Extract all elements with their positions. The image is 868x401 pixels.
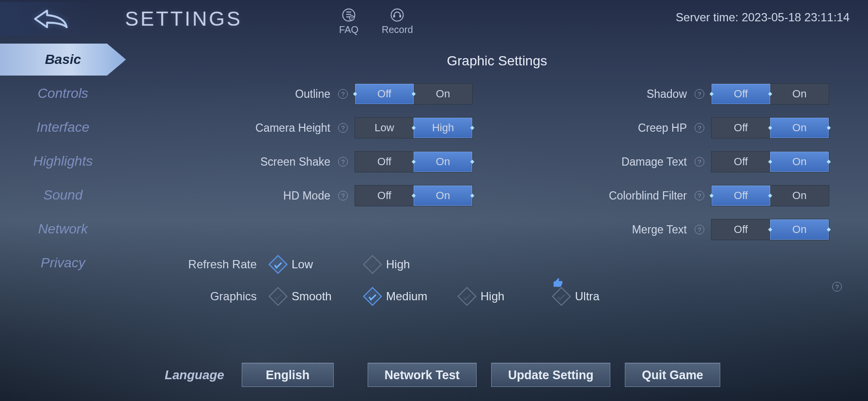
damage-text-off-option[interactable]: Off (712, 152, 770, 172)
sidebar-item-interface[interactable]: Interface (0, 111, 126, 143)
damage-text-row: Damage Text?OffOn (521, 151, 829, 172)
radio-label: Ultra (575, 290, 600, 303)
graphics-label: Graphics (174, 290, 257, 303)
radio-high[interactable]: High (460, 290, 555, 303)
sidebar-item-sound[interactable]: Sound (0, 179, 126, 211)
merge-text-toggle: OffOn (711, 219, 829, 240)
back-arrow-icon (32, 7, 70, 31)
colorblind-filter-toggle: OffOn (711, 185, 829, 206)
screen-shake-on-option[interactable]: On (414, 152, 472, 172)
radio-ultra[interactable]: Ultra (555, 290, 649, 303)
refresh-rate-row: Refresh Rate LowHigh (145, 258, 849, 271)
help-icon[interactable]: ? (338, 89, 348, 99)
thumbs-up-icon (553, 278, 563, 288)
hd-mode-off-option[interactable]: Off (355, 185, 414, 206)
radio-smooth[interactable]: Smooth (271, 290, 366, 303)
colorblind-filter-row: Colorblind Filter?OffOn (521, 185, 829, 206)
merge-text-row: Merge Text?OffOn (521, 219, 829, 240)
shadow-on-option[interactable]: On (770, 84, 829, 104)
radio-low[interactable]: Low (271, 258, 366, 271)
sidebar-item-highlights[interactable]: Highlights (0, 145, 126, 177)
language-button[interactable]: English (242, 363, 334, 387)
screen-shake-label: Screen Shake (261, 155, 330, 169)
help-icon[interactable]: ? (338, 157, 348, 167)
footer: Language English Network Test Update Set… (165, 360, 839, 389)
outline-label: Outline (295, 88, 330, 101)
outline-on-option[interactable]: On (414, 84, 472, 104)
server-time: Server time: 2023-05-18 23:11:14 (676, 11, 850, 24)
faq-label: FAQ (339, 24, 358, 35)
merge-text-label: Merge Text (632, 223, 687, 236)
merge-text-off-option[interactable]: Off (712, 219, 770, 240)
screen-shake-row: Screen Shake?OffOn (165, 151, 473, 172)
creep-hp-on-option[interactable]: On (770, 118, 829, 138)
help-icon[interactable]: ? (695, 225, 704, 234)
header: SETTINGS ? FAQ Record Server time: 2023-… (0, 0, 868, 38)
help-icon[interactable]: ? (695, 123, 704, 133)
colorblind-filter-off-option[interactable]: Off (712, 185, 770, 206)
help-icon[interactable]: ? (338, 123, 348, 133)
camera-height-row: Camera Height?LowHigh (165, 117, 473, 139)
sidebar-item-network[interactable]: Network (0, 213, 126, 245)
faq-icon: ? (341, 7, 357, 23)
radio-medium[interactable]: Medium (366, 290, 460, 303)
radio-label: Low (292, 258, 313, 271)
shadow-label: Shadow (647, 88, 687, 101)
diamond-icon (268, 287, 288, 306)
help-icon[interactable]: ? (695, 191, 704, 200)
sidebar-item-basic[interactable]: Basic (0, 44, 126, 76)
svg-point-3 (391, 9, 403, 21)
camera-height-off-option[interactable]: Low (355, 118, 414, 138)
merge-text-on-option[interactable]: On (770, 219, 829, 240)
hd-mode-toggle: OffOn (355, 185, 473, 206)
damage-text-on-option[interactable]: On (770, 152, 829, 172)
creep-hp-label: Creep HP (638, 122, 687, 135)
quit-game-button[interactable]: Quit Game (625, 363, 720, 387)
graphics-row: Graphics SmoothMediumHighUltra (145, 290, 849, 303)
record-button[interactable]: Record (382, 7, 413, 35)
hd-mode-label: HD Mode (283, 189, 330, 202)
svg-text:?: ? (351, 16, 353, 20)
diamond-icon (457, 287, 477, 306)
screen-shake-toggle: OffOn (355, 151, 473, 172)
outline-off-option[interactable]: Off (355, 84, 414, 104)
diamond-icon (363, 255, 382, 274)
creep-hp-toggle: OffOn (711, 117, 829, 139)
creep-hp-off-option[interactable]: Off (712, 118, 770, 138)
help-icon[interactable]: ? (338, 191, 348, 200)
record-label: Record (382, 24, 413, 35)
language-label: Language (165, 368, 224, 383)
sidebar-item-privacy[interactable]: Privacy (0, 247, 126, 279)
section-title: Graphic Settings (145, 53, 849, 69)
help-icon[interactable]: ? (832, 282, 842, 292)
colorblind-filter-on-option[interactable]: On (770, 185, 829, 206)
sidebar-item-controls[interactable]: Controls (0, 77, 126, 109)
diamond-icon (552, 287, 571, 306)
creep-hp-row: Creep HP?OffOn (521, 117, 829, 139)
camera-height-label: Camera Height (255, 122, 330, 135)
sidebar: BasicControlsInterfaceHighlightsSoundNet… (0, 44, 126, 281)
update-setting-button[interactable]: Update Setting (491, 363, 610, 387)
radio-label: Medium (386, 290, 427, 303)
help-icon[interactable]: ? (695, 157, 704, 167)
camera-height-on-option[interactable]: High (414, 118, 472, 138)
network-test-button[interactable]: Network Test (368, 363, 477, 387)
hd-mode-row: HD Mode?OffOn (165, 185, 473, 206)
back-button[interactable] (0, 2, 102, 36)
diamond-icon (363, 287, 382, 306)
diamond-icon (268, 255, 288, 274)
screen-shake-off-option[interactable]: Off (355, 152, 414, 172)
shadow-row: Shadow?OffOn (521, 83, 829, 105)
help-icon[interactable]: ? (695, 89, 704, 99)
faq-button[interactable]: ? FAQ (339, 7, 358, 35)
refresh-rate-label: Refresh Rate (174, 258, 257, 271)
shadow-off-option[interactable]: Off (712, 84, 770, 104)
damage-text-label: Damage Text (621, 155, 687, 169)
outline-toggle: OffOn (355, 83, 473, 105)
radio-high[interactable]: High (366, 258, 460, 271)
damage-text-toggle: OffOn (711, 151, 829, 172)
page-title: SETTINGS (125, 7, 242, 31)
hd-mode-on-option[interactable]: On (414, 185, 472, 206)
radio-label: Smooth (292, 290, 332, 303)
shadow-toggle: OffOn (711, 83, 829, 105)
